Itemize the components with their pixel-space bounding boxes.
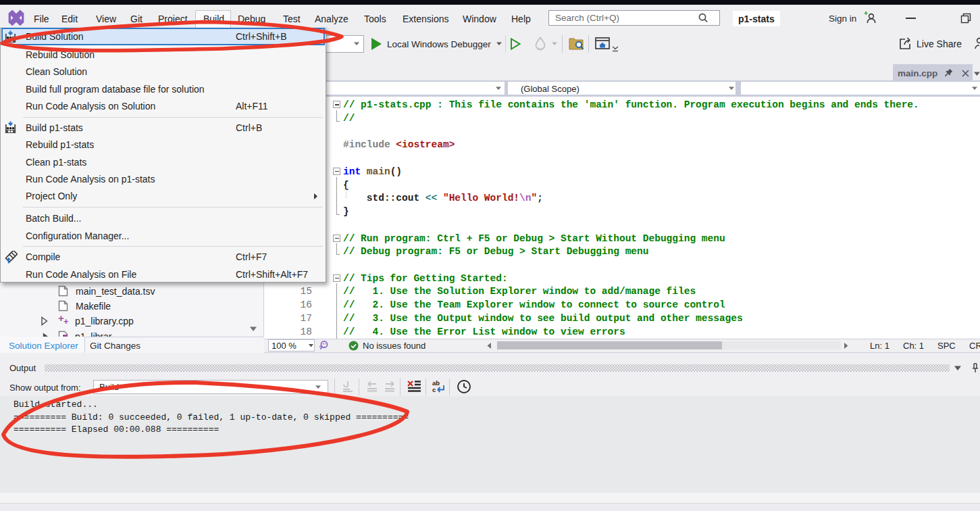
svg-text:c: c [432, 386, 436, 393]
